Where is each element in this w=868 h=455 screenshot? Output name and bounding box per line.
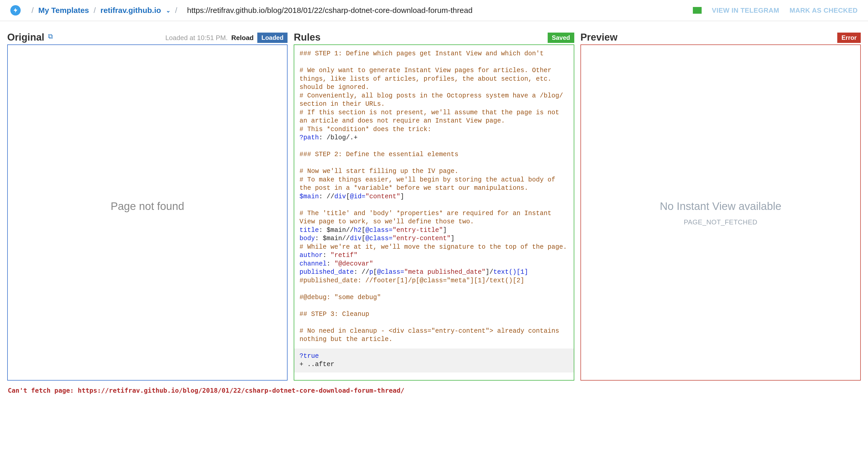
url-input[interactable] — [187, 6, 688, 15]
original-title: Original — [7, 32, 44, 43]
mark-as-checked-button[interactable]: MARK AS CHECKED — [789, 6, 858, 15]
loaded-at-text: Loaded at 10:51 PM. — [165, 34, 227, 42]
domain-link[interactable]: retifrav.github.io ⌄ — [100, 6, 170, 15]
rules-panel: Rules Saved ### STEP 1: Define which pag… — [294, 26, 574, 380]
bolt-icon[interactable] — [10, 5, 21, 16]
external-link-icon[interactable]: ⧉ — [48, 32, 53, 40]
main-panels: Original ⧉ Loaded at 10:51 PM. Reload Lo… — [0, 21, 868, 383]
rules-body[interactable]: ### STEP 1: Define which pages get Insta… — [294, 45, 574, 380]
footer-error-message: Can't fetch page: https://retifrav.githu… — [0, 383, 868, 405]
view-in-telegram-button[interactable]: VIEW IN TELEGRAM — [712, 6, 779, 15]
rules-head: Rules Saved — [294, 26, 574, 43]
rules-extras[interactable]: ?true + ..after — [294, 348, 574, 372]
crumb-sep: / — [32, 6, 34, 15]
rules-title: Rules — [294, 32, 320, 43]
chevron-down-icon: ⌄ — [166, 7, 170, 14]
preview-panel: Preview Error No Instant View available … — [581, 26, 861, 380]
original-head: Original ⧉ Loaded at 10:51 PM. Reload Lo… — [7, 26, 287, 43]
domain-label: retifrav.github.io — [100, 6, 161, 15]
crumb-sep: / — [175, 6, 177, 15]
original-body: Page not found — [7, 45, 287, 380]
header-bar: / My Templates / retifrav.github.io ⌄ / … — [0, 0, 868, 21]
error-badge: Error — [837, 33, 861, 43]
preview-head: Preview Error — [581, 26, 861, 43]
preview-title: Preview — [581, 32, 618, 43]
loaded-badge: Loaded — [257, 33, 287, 43]
original-panel: Original ⧉ Loaded at 10:51 PM. Reload Lo… — [7, 26, 287, 380]
saved-badge: Saved — [548, 33, 574, 43]
page-not-fetched-code: PAGE_NOT_FETCHED — [684, 218, 757, 226]
rules-code-editor[interactable]: ### STEP 1: Define which pages get Insta… — [294, 45, 574, 348]
preview-body: No Instant View available PAGE_NOT_FETCH… — [581, 45, 861, 380]
status-indicator-icon — [693, 7, 702, 14]
header-actions: VIEW IN TELEGRAM MARK AS CHECKED — [693, 6, 858, 15]
reload-button[interactable]: Reload — [231, 34, 254, 42]
no-iv-message: No Instant View available PAGE_NOT_FETCH… — [581, 45, 860, 380]
crumb-sep: / — [94, 6, 96, 15]
my-templates-link[interactable]: My Templates — [38, 6, 89, 15]
page-not-found-message: Page not found — [8, 45, 287, 380]
